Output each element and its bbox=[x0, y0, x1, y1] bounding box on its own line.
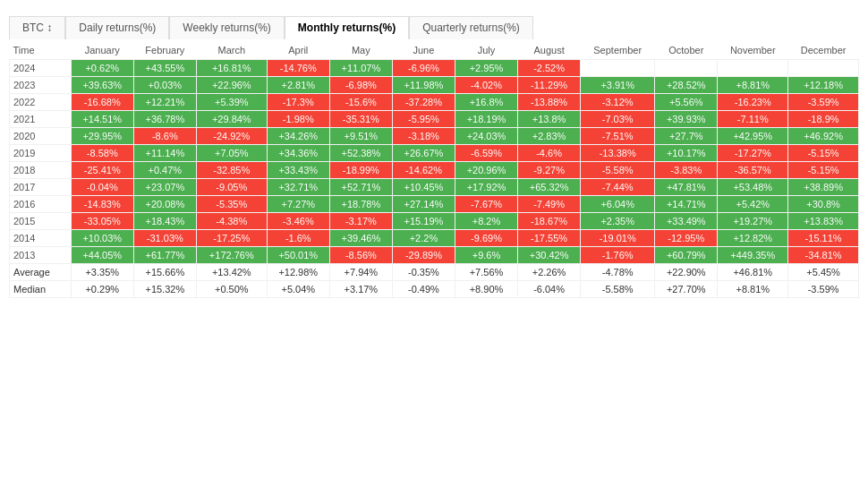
return-cell: -37.28% bbox=[392, 94, 455, 111]
col-header-january: January bbox=[71, 41, 133, 60]
return-cell: +8.81% bbox=[718, 77, 788, 94]
return-cell: +24.03% bbox=[455, 128, 517, 145]
median-cell: -6.04% bbox=[518, 281, 581, 298]
return-cell: +11.98% bbox=[392, 77, 455, 94]
table-row: 2022-16.68%+12.21%+5.39%-17.3%-15.6%-37.… bbox=[10, 94, 859, 111]
return-cell: +17.92% bbox=[455, 179, 517, 196]
return-cell: +50.01% bbox=[267, 247, 329, 264]
median-cell: -0.49% bbox=[392, 281, 455, 298]
return-cell: +18.19% bbox=[455, 111, 517, 128]
return-cell: -18.9% bbox=[788, 111, 859, 128]
return-cell: +11.07% bbox=[329, 60, 392, 77]
return-cell: +7.05% bbox=[196, 145, 267, 162]
median-cell: +27.70% bbox=[655, 281, 718, 298]
return-cell: +28.52% bbox=[655, 77, 718, 94]
col-header-june: June bbox=[392, 41, 455, 60]
median-cell: +0.29% bbox=[71, 281, 133, 298]
average-cell: +12.98% bbox=[267, 264, 329, 281]
table-row: 2015-33.05%+18.43%-4.38%-3.46%-3.17%+15.… bbox=[10, 213, 859, 230]
col-header-october: October bbox=[655, 41, 718, 60]
return-cell: +10.03% bbox=[71, 230, 133, 247]
return-cell: +12.18% bbox=[788, 77, 859, 94]
table-row: 2017-0.04%+23.07%-9.05%+32.71%+52.71%+10… bbox=[10, 179, 859, 196]
return-cell: -7.03% bbox=[581, 111, 655, 128]
year-cell: 2019 bbox=[10, 145, 72, 162]
return-cell: -14.76% bbox=[267, 60, 329, 77]
median-cell: +0.50% bbox=[196, 281, 267, 298]
return-cell: +0.47% bbox=[133, 162, 196, 179]
return-cell: -17.25% bbox=[196, 230, 267, 247]
return-cell: -7.49% bbox=[518, 196, 581, 213]
return-cell: -15.11% bbox=[788, 230, 859, 247]
median-row: Median+0.29%+15.32%+0.50%+5.04%+3.17%-0.… bbox=[10, 281, 859, 298]
return-cell: +27.7% bbox=[655, 128, 718, 145]
average-label: Average bbox=[10, 264, 72, 281]
average-cell: +13.42% bbox=[196, 264, 267, 281]
return-cell: +39.63% bbox=[71, 77, 133, 94]
return-cell: -18.99% bbox=[329, 162, 392, 179]
return-cell: -1.76% bbox=[581, 247, 655, 264]
year-cell: 2017 bbox=[10, 179, 72, 196]
return-cell: -14.62% bbox=[392, 162, 455, 179]
return-cell: -13.38% bbox=[581, 145, 655, 162]
return-cell: -29.89% bbox=[392, 247, 455, 264]
median-cell: -3.59% bbox=[788, 281, 859, 298]
col-header-august: August bbox=[518, 41, 581, 60]
average-cell: +3.35% bbox=[71, 264, 133, 281]
return-cell: -7.11% bbox=[718, 111, 788, 128]
tab-daily[interactable]: Daily returns(%) bbox=[65, 16, 169, 39]
return-cell: +46.92% bbox=[788, 128, 859, 145]
return-cell: -6.96% bbox=[392, 60, 455, 77]
return-cell: -1.98% bbox=[267, 111, 329, 128]
col-header-march: March bbox=[196, 41, 267, 60]
return-cell: -18.67% bbox=[518, 213, 581, 230]
return-cell: +32.71% bbox=[267, 179, 329, 196]
return-cell: +16.81% bbox=[196, 60, 267, 77]
year-cell: 2022 bbox=[10, 94, 72, 111]
median-cell: -5.58% bbox=[581, 281, 655, 298]
table-row: 2020+29.95%-8.6%-24.92%+34.26%+9.51%-3.1… bbox=[10, 128, 859, 145]
return-cell: -25.41% bbox=[71, 162, 133, 179]
return-cell: -4.6% bbox=[518, 145, 581, 162]
average-cell: +7.56% bbox=[455, 264, 517, 281]
table-row: 2019-8.58%+11.14%+7.05%+34.36%+52.38%+26… bbox=[10, 145, 859, 162]
tab-btc[interactable]: BTC ↕ bbox=[9, 16, 65, 39]
year-cell: 2023 bbox=[10, 77, 72, 94]
return-cell: +36.78% bbox=[133, 111, 196, 128]
return-cell: -7.51% bbox=[581, 128, 655, 145]
return-cell: +2.2% bbox=[392, 230, 455, 247]
return-cell: -8.56% bbox=[329, 247, 392, 264]
median-label: Median bbox=[10, 281, 72, 298]
col-header-may: May bbox=[329, 41, 392, 60]
tab-weekly[interactable]: Weekly returns(%) bbox=[169, 16, 284, 39]
return-cell: -3.17% bbox=[329, 213, 392, 230]
return-cell: -0.04% bbox=[71, 179, 133, 196]
return-cell: +38.89% bbox=[788, 179, 859, 196]
return-cell: -17.3% bbox=[267, 94, 329, 111]
return-cell: +18.43% bbox=[133, 213, 196, 230]
table-row: 2024+0.62%+43.55%+16.81%-14.76%+11.07%-6… bbox=[10, 60, 859, 77]
return-cell: +19.27% bbox=[718, 213, 788, 230]
return-cell: +2.95% bbox=[455, 60, 517, 77]
return-cell: +47.81% bbox=[655, 179, 718, 196]
tab-quarterly[interactable]: Quarterly returns(%) bbox=[409, 16, 533, 39]
return-cell: -17.27% bbox=[718, 145, 788, 162]
tab-monthly[interactable]: Monthly returns(%) bbox=[285, 16, 409, 39]
average-row: Average+3.35%+15.66%+13.42%+12.98%+7.94%… bbox=[10, 264, 859, 281]
return-cell: +30.8% bbox=[788, 196, 859, 213]
return-cell: +9.6% bbox=[455, 247, 517, 264]
return-cell: -5.58% bbox=[581, 162, 655, 179]
return-cell: +22.96% bbox=[196, 77, 267, 94]
return-cell: -4.02% bbox=[455, 77, 517, 94]
return-cell: -4.38% bbox=[196, 213, 267, 230]
return-cell: +5.39% bbox=[196, 94, 267, 111]
return-cell: -33.05% bbox=[71, 213, 133, 230]
average-cell: +5.45% bbox=[788, 264, 859, 281]
year-cell: 2018 bbox=[10, 162, 72, 179]
average-cell: -4.78% bbox=[581, 264, 655, 281]
return-cell: +14.51% bbox=[71, 111, 133, 128]
return-cell: +12.82% bbox=[718, 230, 788, 247]
return-cell: +13.83% bbox=[788, 213, 859, 230]
return-cell: +0.03% bbox=[133, 77, 196, 94]
return-cell: +53.48% bbox=[718, 179, 788, 196]
